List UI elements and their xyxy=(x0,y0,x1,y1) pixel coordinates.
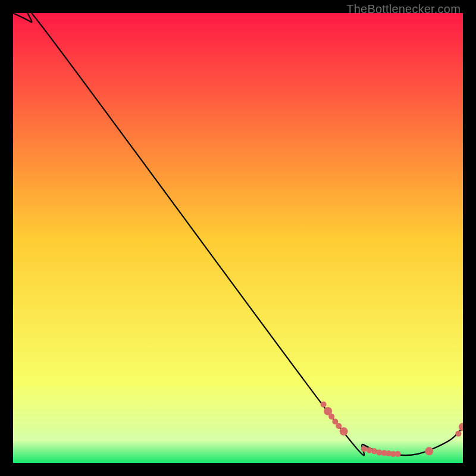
highlight-point xyxy=(361,446,367,452)
chart-frame xyxy=(13,13,463,463)
highlight-point xyxy=(367,447,372,453)
chart-background-gradient xyxy=(13,13,463,463)
highlight-point xyxy=(321,402,327,408)
highlight-point xyxy=(328,414,334,419)
highlight-point xyxy=(336,423,342,429)
highlight-point xyxy=(340,427,348,436)
highlight-point xyxy=(394,451,400,457)
highlight-point xyxy=(425,447,433,455)
highlight-point xyxy=(455,431,461,437)
bottleneck-chart xyxy=(13,13,463,463)
